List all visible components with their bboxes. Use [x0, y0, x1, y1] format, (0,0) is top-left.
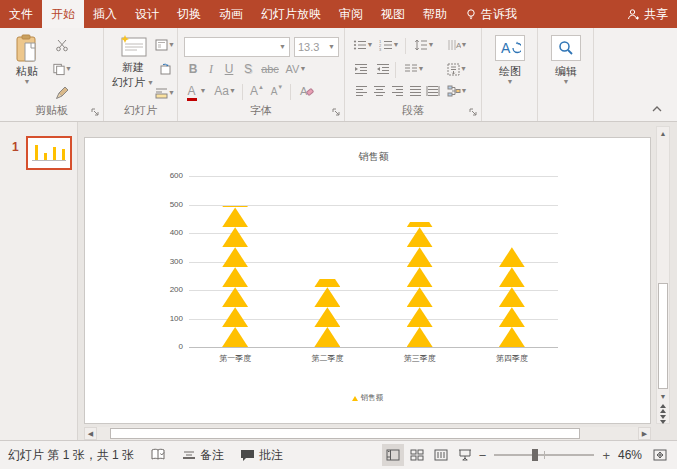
- reset-icon: [159, 63, 172, 76]
- tab-animations[interactable]: 动画: [210, 0, 252, 28]
- share-button[interactable]: 共享: [618, 0, 677, 28]
- align-left-button[interactable]: [351, 82, 371, 100]
- tab-slideshow[interactable]: 幻灯片放映: [252, 0, 330, 28]
- tab-view[interactable]: 视图: [372, 0, 414, 28]
- collapse-ribbon-button[interactable]: [651, 105, 665, 115]
- paintbrush-icon: [55, 86, 69, 100]
- font-dialog-launcher[interactable]: [332, 108, 341, 117]
- format-painter-button[interactable]: [52, 84, 72, 102]
- tab-file[interactable]: 文件: [0, 0, 42, 28]
- status-bar: 幻灯片 第 1 张，共 1 张 备注 批注 −: [0, 440, 677, 469]
- justify-button[interactable]: [405, 82, 425, 100]
- tab-design[interactable]: 设计: [126, 0, 168, 28]
- group-label-clipboard: 剪贴板: [0, 103, 103, 118]
- align-center-button[interactable]: [369, 82, 389, 100]
- new-slide-caret: ▼: [147, 80, 154, 86]
- reading-view-button[interactable]: [430, 444, 452, 466]
- scroll-down-button[interactable]: ▼: [657, 390, 669, 403]
- smartart-button[interactable]: ▼: [443, 82, 471, 100]
- tab-help[interactable]: 帮助: [414, 0, 456, 28]
- columns-button[interactable]: ▼: [401, 60, 427, 78]
- shrink-font-button[interactable]: A▼: [268, 82, 286, 100]
- notes-button[interactable]: 备注: [174, 441, 232, 469]
- vertical-scroll-thumb[interactable]: [658, 283, 668, 389]
- copy-button[interactable]: ▼: [52, 60, 72, 78]
- vertical-scrollbar[interactable]: ▲ ▼: [656, 126, 670, 424]
- text-shadow-button[interactable]: S: [241, 60, 255, 78]
- tab-review[interactable]: 审阅: [330, 0, 372, 28]
- previous-slide-button[interactable]: [657, 403, 669, 414]
- scroll-right-button[interactable]: ▶: [638, 427, 651, 440]
- scissors-icon: [55, 38, 69, 52]
- tab-insert[interactable]: 插入: [84, 0, 126, 28]
- horizontal-scroll-thumb[interactable]: [110, 428, 580, 439]
- section-button[interactable]: ▼: [154, 84, 176, 102]
- decrease-indent-button[interactable]: [351, 60, 371, 78]
- font-color-button[interactable]: A▼: [186, 82, 208, 100]
- strikethrough-button[interactable]: abc: [259, 60, 281, 78]
- edit-button[interactable]: 编辑 ▼: [547, 35, 585, 85]
- line-spacing-button[interactable]: ▼: [411, 36, 437, 54]
- align-center-icon: [373, 85, 386, 97]
- tab-transitions[interactable]: 切换: [168, 0, 210, 28]
- fit-slide-button[interactable]: [649, 444, 671, 466]
- slide-canvas[interactable]: 销售额 6005004003002001000第一季度第二季度第三季度第四季度 …: [84, 137, 651, 424]
- bullets-button[interactable]: ▼: [351, 36, 375, 54]
- comments-button[interactable]: 批注: [232, 441, 291, 469]
- pictograph-column: [222, 176, 248, 347]
- bold-button[interactable]: B: [186, 60, 200, 78]
- increase-indent-button[interactable]: [373, 60, 393, 78]
- comment-icon: [240, 449, 255, 462]
- zoom-level[interactable]: 46%: [612, 441, 648, 469]
- italic-button[interactable]: I: [204, 60, 218, 78]
- spell-check-button[interactable]: [142, 441, 174, 469]
- new-slide-button[interactable]: 新建 幻灯片 ▼: [110, 34, 156, 90]
- group-label-font: 字体: [178, 103, 344, 118]
- thumbnail-mini-bar: [35, 145, 38, 160]
- text-direction-button[interactable]: A ▼: [443, 36, 471, 54]
- reset-slide-button[interactable]: [154, 60, 176, 78]
- triangle-segment: [407, 247, 433, 267]
- zoom-in-button[interactable]: +: [600, 448, 612, 463]
- y-axis-tick-label: 300: [153, 257, 183, 266]
- slide-thumbnail[interactable]: [26, 136, 72, 170]
- layout-button[interactable]: ▼: [154, 36, 176, 54]
- zoom-slider-thumb[interactable]: [532, 449, 538, 461]
- paste-button[interactable]: 粘贴 ▼: [8, 34, 46, 85]
- triangle-segment: [222, 207, 248, 227]
- draw-button[interactable]: A 绘图 ▼: [491, 35, 529, 85]
- paragraph-dialog-launcher[interactable]: [469, 108, 478, 117]
- justify-icon: [409, 85, 422, 97]
- tab-home[interactable]: 开始: [42, 0, 84, 28]
- slide-thumbnail-chart: [28, 138, 70, 168]
- char-spacing-button[interactable]: AV▼: [283, 60, 309, 78]
- tell-me-box[interactable]: 告诉我: [456, 0, 526, 28]
- clear-formatting-button[interactable]: A: [296, 82, 316, 100]
- triangle-shape: [222, 206, 248, 207]
- slideshow-view-button[interactable]: [454, 444, 476, 466]
- chart-plot-area[interactable]: 6005004003002001000第一季度第二季度第三季度第四季度: [189, 176, 558, 347]
- numbering-button[interactable]: 123 ▼: [377, 36, 401, 54]
- zoom-slider[interactable]: [494, 454, 594, 456]
- slide-sorter-view-button[interactable]: [406, 444, 428, 466]
- font-size-combo[interactable]: 13.3 ▼: [294, 37, 339, 57]
- align-right-button[interactable]: [387, 82, 407, 100]
- group-font: ▼ 13.3 ▼ B I U S abc AV▼ A▼ Aa▼ A▲ A▼ A …: [178, 28, 345, 121]
- zoom-out-button[interactable]: −: [477, 448, 489, 463]
- font-name-combo[interactable]: ▼: [184, 37, 290, 57]
- normal-view-button[interactable]: [382, 444, 404, 466]
- clipboard-dialog-launcher[interactable]: [91, 108, 100, 117]
- smartart-icon: [447, 85, 461, 97]
- horizontal-scrollbar[interactable]: ◀ ▶: [84, 427, 651, 440]
- next-slide-button[interactable]: [657, 414, 669, 425]
- triangle-segment: [222, 247, 248, 267]
- legend-label: 销售额: [361, 393, 384, 403]
- underline-button[interactable]: U: [222, 60, 236, 78]
- grow-font-button[interactable]: A▲: [248, 82, 266, 100]
- distribute-button[interactable]: [423, 82, 443, 100]
- scroll-left-button[interactable]: ◀: [84, 427, 97, 440]
- align-text-button[interactable]: ▼: [443, 60, 471, 78]
- change-case-button[interactable]: Aa▼: [212, 82, 238, 100]
- cut-button[interactable]: [52, 36, 72, 54]
- scroll-up-button[interactable]: ▲: [657, 127, 669, 140]
